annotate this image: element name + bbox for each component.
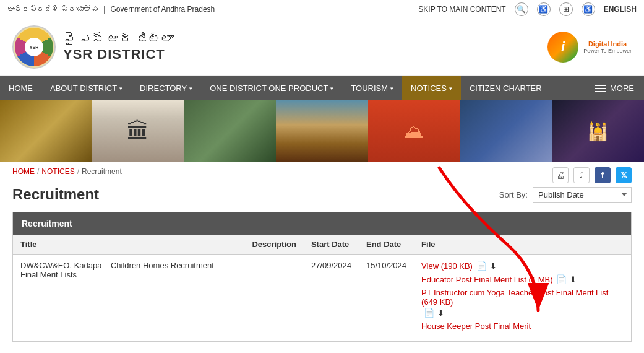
- more-label: MORE: [610, 84, 634, 93]
- accessibility-icon[interactable]: ♿: [537, 2, 551, 16]
- divider: |: [103, 5, 105, 14]
- hero-image-1: [0, 100, 92, 162]
- file-link-3[interactable]: PT Instructor cum Yoga Teacher Post Fina…: [421, 288, 624, 307]
- site-title: వై ఎస్ ఆర్ జిల్లా YSR DISTRICT: [63, 32, 174, 63]
- breadcrumb-current: Recruitment: [82, 167, 122, 176]
- hero-image-3: [184, 100, 276, 162]
- hero-image-4: [276, 100, 368, 162]
- site-title-telugu: వై ఎస్ ఆర్ జిల్లా: [63, 32, 174, 46]
- language-switcher[interactable]: ENGLISH: [604, 5, 637, 14]
- cell-file: View (190 KB) 📄 ⬇ Educator Post Final Me…: [414, 255, 631, 341]
- nav-citizen-charter[interactable]: CITIZEN CHARTER: [461, 76, 551, 100]
- download-icon-1[interactable]: ⬇: [490, 261, 497, 271]
- file-entry-1: View (190 KB) 📄 ⬇: [421, 261, 624, 271]
- chevron-down-icon: ▾: [330, 85, 333, 92]
- site-title-english: YSR DISTRICT: [63, 46, 174, 63]
- nav-directory[interactable]: DIRECTORY ▾: [131, 76, 201, 100]
- breadcrumb-home[interactable]: HOME: [12, 167, 35, 176]
- col-description: Description: [244, 235, 304, 255]
- search-icon[interactable]: 🔍: [515, 2, 528, 16]
- download-icon-2[interactable]: ⬇: [570, 275, 577, 284]
- hero-image-5: [368, 100, 460, 162]
- download-icon-3[interactable]: ⬇: [437, 308, 444, 318]
- cell-title: DW&CW&EO, Kadapa – Children Homes Recrui…: [13, 255, 244, 341]
- nav-home[interactable]: HOME: [0, 76, 41, 100]
- main-content-area: HOME / NOTICES / Recruitment 🖨 ⤴ f 𝕏 Rec…: [0, 162, 644, 353]
- di-tagline: Power To Empower: [583, 48, 632, 54]
- sort-label: Sort By:: [499, 190, 528, 199]
- chevron-down-icon: ▾: [119, 85, 122, 92]
- emblem-outer: YSR: [15, 28, 53, 66]
- cell-start-date: 27/09/2024: [304, 255, 359, 341]
- file-entry-4: House Keeper Post Final Merit: [421, 321, 624, 331]
- top-bar-right: SKIP TO MAIN CONTENT 🔍 ♿ ⊞ ♿ ENGLISH: [418, 2, 637, 16]
- di-label: Digital India: [588, 40, 627, 48]
- nav-notices[interactable]: NOTICES ▾: [402, 76, 461, 100]
- pdf-icon-2: 📄: [556, 274, 567, 284]
- hero-banner: [0, 100, 644, 162]
- col-file: File: [414, 235, 631, 255]
- cell-end-date: 15/10/2024: [359, 255, 414, 341]
- share-icon[interactable]: ⤴: [573, 167, 590, 183]
- nav-more-button[interactable]: MORE: [585, 76, 644, 100]
- content-area: Recruitment Sort By: Publish Date Title …: [0, 186, 644, 353]
- row-title-text: DW&CW&EO, Kadapa – Children Homes Recrui…: [20, 261, 221, 279]
- twitter-icon[interactable]: 𝕏: [616, 167, 632, 183]
- disability-icon[interactable]: ♿: [582, 2, 595, 16]
- main-navbar: HOME ABOUT DISTRICT ▾ DIRECTORY ▾ ONE DI…: [0, 76, 644, 100]
- pdf-icon-1: 📄: [476, 261, 487, 271]
- file-entry-3: PT Instructor cum Yoga Teacher Post Fina…: [421, 288, 624, 318]
- skip-link[interactable]: SKIP TO MAIN CONTENT: [418, 5, 505, 14]
- sort-row: Sort By: Publish Date Title Start Date E…: [499, 187, 632, 203]
- facebook-icon[interactable]: f: [595, 167, 611, 183]
- col-title: Title: [13, 235, 244, 255]
- sort-select[interactable]: Publish Date Title Start Date End Date: [533, 187, 632, 203]
- english-gov-text: Government of Andhra Pradesh: [110, 5, 215, 14]
- nav-about-district[interactable]: ABOUT DISTRICT ▾: [41, 76, 131, 100]
- page-tools: 🖨 ⤴ f 𝕏: [552, 167, 632, 183]
- file-link-2[interactable]: Educator Post Final Merit List (1 MB): [421, 275, 552, 284]
- nav-tourism[interactable]: TOURISM ▾: [342, 76, 402, 100]
- table-header-row: Title Description Start Date End Date Fi…: [13, 235, 631, 255]
- top-bar: ఆంధ్రప్రదేశ్ ప్రభుత్వం | Government of A…: [0, 0, 644, 19]
- table-row: DW&CW&EO, Kadapa – Children Homes Recrui…: [13, 255, 631, 341]
- col-start-date: Start Date: [304, 235, 359, 255]
- hero-image-2: [92, 100, 184, 162]
- chevron-down-icon: ▾: [189, 85, 192, 92]
- sitemap-icon[interactable]: ⊞: [559, 2, 573, 16]
- breadcrumb: HOME / NOTICES / Recruitment: [12, 167, 122, 176]
- page-title: Recruitment: [12, 186, 99, 203]
- print-icon[interactable]: 🖨: [552, 167, 569, 183]
- digital-india-logo: i Digital India Power To Empower: [547, 32, 632, 63]
- cell-description: [244, 255, 304, 341]
- hamburger-icon: [595, 85, 606, 92]
- file-entry-2: Educator Post Final Merit List (1 MB) 📄 …: [421, 274, 624, 284]
- di-circle-icon: i: [547, 32, 578, 63]
- site-header: YSR వై ఎస్ ఆర్ జిల్లా YSR DISTRICT i Dig…: [0, 19, 644, 76]
- chevron-down-icon: ▾: [449, 85, 452, 92]
- telugu-gov-text: ఆంధ్రప్రదేశ్ ప్రభుత్వం: [7, 5, 98, 14]
- file-link-4[interactable]: House Keeper Post Final Merit: [421, 321, 531, 331]
- col-end-date: End Date: [359, 235, 414, 255]
- di-text-block: Digital India Power To Empower: [583, 40, 632, 54]
- emblem-inner: YSR: [25, 38, 43, 56]
- file-link-1[interactable]: View (190 KB): [421, 261, 473, 271]
- breadcrumb-notices[interactable]: NOTICES: [41, 167, 74, 176]
- chevron-down-icon: ▾: [390, 85, 393, 92]
- site-logo: YSR: [12, 25, 56, 69]
- recruitment-table: Title Description Start Date End Date Fi…: [13, 235, 631, 341]
- page-header-row: Recruitment Sort By: Publish Date Title …: [12, 186, 632, 203]
- nav-odop[interactable]: ONE DISTRICT ONE PRODUCT ▾: [201, 76, 342, 100]
- top-bar-left: ఆంధ్రప్రదేశ్ ప్రభుత్వం | Government of A…: [7, 5, 215, 14]
- table-section-title: Recruitment: [13, 212, 631, 235]
- hero-image-6: [460, 100, 552, 162]
- recruitment-table-container: Recruitment Title Description Start Date…: [12, 212, 632, 342]
- hero-image-7: [552, 100, 644, 162]
- header-left: YSR వై ఎస్ ఆర్ జిల్లా YSR DISTRICT: [12, 25, 174, 69]
- pdf-icon-3: 📄: [424, 308, 434, 318]
